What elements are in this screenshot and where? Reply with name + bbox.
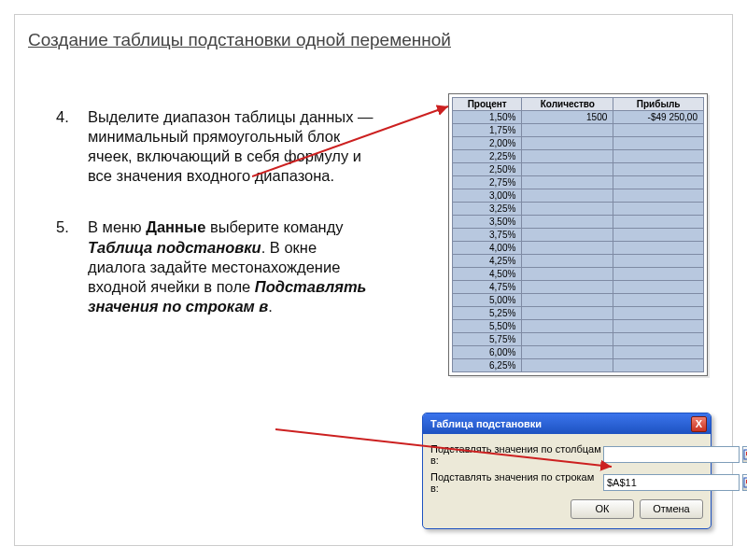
col-header-percent: Процент <box>453 98 522 111</box>
cell-pct: 6,25% <box>453 359 522 372</box>
cell-pct: 3,50% <box>453 216 522 229</box>
label-substitute-rows: Подставлять значения по строкам в: <box>430 471 603 494</box>
cell-empty <box>522 307 613 320</box>
table-row: 2,50% <box>453 163 704 176</box>
table-row: 5,50% <box>453 320 704 333</box>
close-button[interactable]: X <box>691 416 707 432</box>
table-row: 5,75% <box>453 333 704 346</box>
cell-empty <box>522 163 613 176</box>
cell-qty: 1500 <box>522 111 613 124</box>
spreadsheet-screenshot: Процент Количество Прибыль 1,50% 1500 -$… <box>448 93 708 376</box>
table-row: 5,25% <box>453 307 704 320</box>
cell-empty <box>613 294 704 307</box>
dialog-title: Таблица подстановки <box>430 418 542 429</box>
cell-empty <box>613 229 704 242</box>
cell-pct: 2,25% <box>453 150 522 163</box>
cell-empty <box>613 189 704 203</box>
list-number-5: 5. <box>56 217 88 316</box>
table-row: 2,25% <box>453 150 704 163</box>
table-body: 1,50% 1500 -$49 250,00 1,75%2,00%2,25%2,… <box>453 111 704 372</box>
cell-empty <box>522 137 613 150</box>
cell-empty <box>613 346 704 359</box>
cell-pct: 3,00% <box>453 189 522 203</box>
cell-empty <box>613 216 704 229</box>
cell-pct: 5,75% <box>453 333 522 346</box>
table-row: 4,50% <box>453 268 704 281</box>
cell-empty <box>613 255 704 268</box>
dialog-table-substitution: Таблица подстановки X Подставлять значен… <box>422 413 712 529</box>
table-row: 4,00% <box>453 242 704 255</box>
table-row: 3,50% <box>453 216 704 229</box>
list-number-4: 4. <box>56 107 88 186</box>
cell-empty <box>522 124 613 137</box>
cell-empty <box>613 176 704 189</box>
cell-empty <box>613 124 704 137</box>
table-row: 2,75% <box>453 176 704 189</box>
cell-empty <box>522 203 613 216</box>
cell-empty <box>613 359 704 372</box>
table-row: 6,00% <box>453 346 704 359</box>
cell-empty <box>613 307 704 320</box>
table-row: 3,25% <box>453 203 704 216</box>
cell-empty <box>522 216 613 229</box>
cell-pct: 2,50% <box>453 163 522 176</box>
cell-empty <box>522 242 613 255</box>
cell-pct: 2,00% <box>453 137 522 150</box>
cell-pct: 4,75% <box>453 281 522 294</box>
table-row: 4,75% <box>453 281 704 294</box>
cell-empty <box>522 189 613 203</box>
cell-empty <box>522 320 613 333</box>
cell-empty <box>613 203 704 216</box>
cell-profit: -$49 250,00 <box>613 111 704 124</box>
cell-pct: 5,00% <box>453 294 522 307</box>
cell-pct: 4,25% <box>453 255 522 268</box>
cell-pct: 6,00% <box>453 346 522 359</box>
cell-empty <box>613 242 704 255</box>
cell-pct: 5,50% <box>453 320 522 333</box>
cell-empty <box>522 255 613 268</box>
ok-button[interactable]: ОК <box>571 499 634 519</box>
cell-empty <box>613 320 704 333</box>
input-row-cell[interactable] <box>603 474 740 491</box>
cell-empty <box>522 359 613 372</box>
cell-empty <box>522 229 613 242</box>
cell-empty <box>522 150 613 163</box>
cell-empty <box>522 281 613 294</box>
table-row: 1,50% 1500 -$49 250,00 <box>453 111 704 124</box>
table-row: 2,00% <box>453 137 704 150</box>
cell-pct: 4,50% <box>453 268 522 281</box>
cell-empty <box>613 333 704 346</box>
list-text-5: В меню Данные выберите команду Таблица п… <box>88 217 374 316</box>
cell-empty <box>613 281 704 294</box>
cell-empty <box>613 268 704 281</box>
cell-pct: 4,00% <box>453 242 522 255</box>
table-row: 5,00% <box>453 294 704 307</box>
ref-picker-icon[interactable] <box>742 446 747 463</box>
cell-empty <box>613 137 704 150</box>
table-row: 6,25% <box>453 359 704 372</box>
label-substitute-columns: Подставлять значения по столбцам в: <box>430 443 603 466</box>
body-text: 4. Выделите диапазон таблицы данных — ми… <box>56 107 374 348</box>
cell-pct: 2,75% <box>453 176 522 189</box>
cell-empty <box>613 150 704 163</box>
table-row: 1,75% <box>453 124 704 137</box>
table-row: 3,75% <box>453 229 704 242</box>
cancel-button[interactable]: Отмена <box>640 499 703 519</box>
cell-empty <box>522 268 613 281</box>
input-column-cell[interactable] <box>603 446 740 463</box>
cell-pct: 5,25% <box>453 307 522 320</box>
table-row: 4,25% <box>453 255 704 268</box>
cell-empty <box>522 333 613 346</box>
ref-picker-icon[interactable] <box>742 474 747 491</box>
cell-pct: 3,75% <box>453 229 522 242</box>
list-text-4: Выделите диапазон таблицы данных — миним… <box>88 107 374 186</box>
table-row: 3,00% <box>453 189 704 203</box>
cell-pct: 1,75% <box>453 124 522 137</box>
cell-empty <box>522 346 613 359</box>
col-header-qty: Количество <box>522 98 613 111</box>
dialog-titlebar[interactable]: Таблица подстановки X <box>423 413 711 434</box>
cell-pct: 3,25% <box>453 203 522 216</box>
cell-empty <box>522 294 613 307</box>
cell-pct: 1,50% <box>453 111 522 124</box>
cell-empty <box>522 176 613 189</box>
